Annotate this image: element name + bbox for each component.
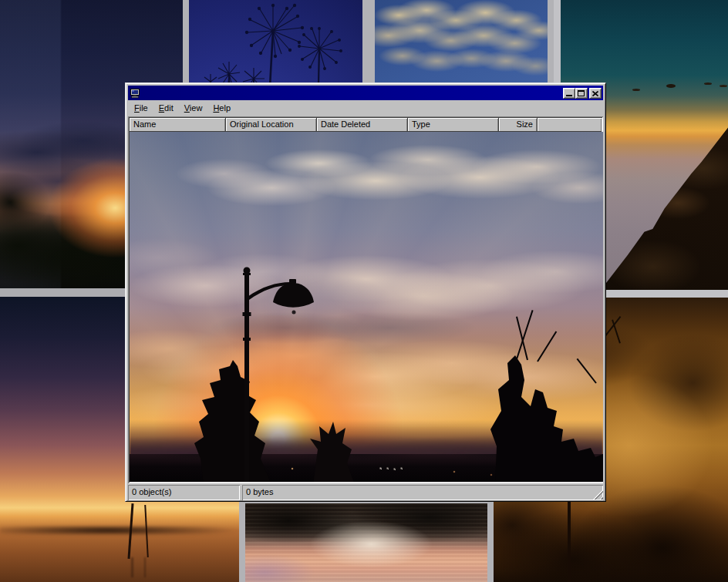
column-header-type[interactable]: Type (408, 118, 499, 132)
column-header-date-deleted[interactable]: Date Deleted (317, 118, 408, 132)
maximize-button[interactable] (575, 88, 588, 99)
column-header-row: Name Original Location Date Deleted Type… (130, 118, 602, 132)
city-lights (130, 132, 131, 133)
status-bar: 0 object(s) 0 bytes (128, 485, 603, 500)
close-button[interactable] (589, 88, 602, 99)
minimize-icon (566, 95, 572, 96)
photo-frame (239, 499, 494, 582)
title-bar[interactable] (128, 86, 603, 100)
sunset-photo-backdrop (130, 132, 603, 482)
sapling-reflection (128, 557, 151, 577)
status-total-size: 0 bytes (242, 485, 603, 500)
minimize-button[interactable] (563, 88, 575, 99)
list-view: Name Original Location Date Deleted Type… (128, 116, 603, 483)
recycle-bin-window: File Edit View Help Name Original Locati… (125, 82, 606, 502)
column-header-filler (538, 118, 602, 132)
menu-help[interactable]: Help (207, 102, 236, 115)
menu-edit[interactable]: Edit (153, 102, 179, 115)
desktop: { "window": { "icon_name": "computer-ico… (0, 0, 728, 582)
street-lamp-silhouette (222, 266, 338, 482)
menu-file[interactable]: File (129, 102, 153, 115)
menu-bar: File Edit View Help (128, 101, 603, 116)
list-viewport[interactable] (130, 132, 603, 482)
column-header-size[interactable]: Size (499, 118, 538, 132)
maximize-icon (578, 90, 585, 96)
column-header-name[interactable]: Name (130, 118, 226, 132)
close-icon (592, 91, 598, 96)
pole-silhouette (568, 500, 571, 582)
status-object-count: 0 object(s) (128, 485, 240, 500)
distant-shore-silhouette (0, 526, 239, 534)
computer-icon[interactable] (130, 88, 140, 99)
menu-view[interactable]: View (179, 102, 208, 115)
bg-photo-lake-reflection (245, 503, 487, 582)
column-header-original-location[interactable]: Original Location (226, 118, 317, 132)
